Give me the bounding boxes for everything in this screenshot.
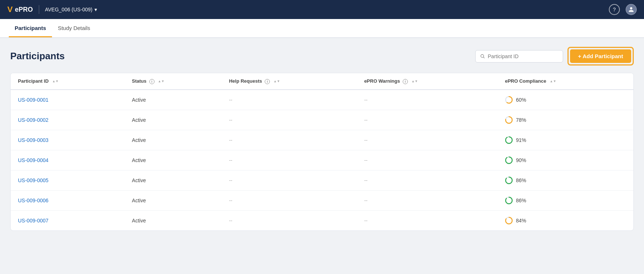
table-row: US-009-0003 Active -- -- 91%: [11, 130, 633, 150]
compliance-value: 91%: [516, 137, 526, 143]
col-participant-id: Participant ID ▲▼: [11, 73, 124, 90]
search-icon: [480, 53, 485, 59]
svg-point-7: [506, 137, 512, 143]
col-status: Status i ▲▼: [124, 73, 222, 90]
compliance-circle: [505, 156, 513, 164]
table-body: US-009-0001 Active -- -- 60% US-009-0002…: [11, 90, 633, 230]
participant-link[interactable]: US-009-0004: [18, 157, 48, 163]
info-icon-help-requests[interactable]: i: [265, 79, 270, 84]
cell-epro-warnings: --: [357, 210, 498, 230]
svg-point-9: [506, 157, 512, 164]
help-icon[interactable]: ?: [609, 4, 620, 15]
compliance-circle: [505, 176, 513, 184]
participant-link[interactable]: US-009-0002: [18, 117, 48, 123]
participant-link[interactable]: US-009-0003: [18, 137, 48, 143]
compliance-value: 86%: [516, 198, 526, 203]
cell-status: Active: [124, 130, 222, 150]
cell-status: Active: [124, 110, 222, 130]
table-row: US-009-0006 Active -- -- 86%: [11, 190, 633, 210]
nav-divider: [39, 5, 39, 14]
table-row: US-009-0007 Active -- -- 84%: [11, 210, 633, 230]
participant-link[interactable]: US-009-0006: [18, 198, 48, 203]
cell-epro-warnings: --: [357, 150, 498, 170]
cell-status: Active: [124, 210, 222, 230]
cell-help-requests: --: [222, 150, 357, 170]
svg-line-1: [483, 57, 484, 58]
compliance-value: 84%: [516, 218, 526, 224]
study-selector[interactable]: AVEG_006 (US-009) ▾: [45, 7, 97, 12]
svg-point-13: [506, 197, 512, 204]
cell-epro-compliance: 91%: [498, 130, 633, 150]
header-right: + Add Participant: [475, 47, 634, 65]
svg-point-0: [481, 55, 484, 57]
compliance-circle: [505, 96, 513, 104]
add-participant-button[interactable]: + Add Participant: [570, 49, 631, 63]
cell-status: Active: [124, 190, 222, 210]
table-header-row: Participant ID ▲▼ Status i ▲▼ Help Reque…: [11, 73, 633, 90]
compliance-circle: [505, 136, 513, 144]
user-avatar[interactable]: [626, 4, 637, 15]
cell-status: Active: [124, 90, 222, 110]
table-row: US-009-0001 Active -- -- 60%: [11, 90, 633, 110]
logo: V ePRO: [7, 5, 33, 14]
cell-epro-warnings: --: [357, 170, 498, 190]
cell-epro-warnings: --: [357, 110, 498, 130]
info-icon-status[interactable]: i: [149, 79, 155, 84]
compliance-circle: [505, 196, 513, 204]
tab-participants[interactable]: Participants: [9, 20, 52, 37]
sort-icon-help-requests[interactable]: ▲▼: [273, 80, 280, 83]
compliance-value: 60%: [516, 97, 526, 103]
chevron-down-icon: ▾: [94, 7, 97, 12]
cell-epro-compliance: 86%: [498, 170, 633, 190]
cell-participant-id: US-009-0001: [11, 90, 124, 110]
sort-icon-participant-id[interactable]: ▲▼: [52, 80, 59, 83]
page-title: Participants: [10, 50, 65, 62]
compliance-circle: [505, 217, 513, 225]
logo-text: ePRO: [15, 6, 33, 14]
search-input[interactable]: [488, 53, 558, 59]
compliance-value: 90%: [516, 157, 526, 163]
cell-help-requests: --: [222, 110, 357, 130]
cell-epro-compliance: 84%: [498, 210, 633, 230]
nav-left: V ePRO AVEG_006 (US-009) ▾: [7, 5, 97, 14]
sort-icon-epro-warnings[interactable]: ▲▼: [412, 80, 418, 83]
cell-epro-compliance: 78%: [498, 110, 633, 130]
tab-study-details[interactable]: Study Details: [52, 20, 96, 37]
participants-table: Participant ID ▲▼ Status i ▲▼ Help Reque…: [11, 73, 633, 230]
cell-participant-id: US-009-0007: [11, 210, 124, 230]
table-row: US-009-0004 Active -- -- 90%: [11, 150, 633, 170]
page-header: Participants + Add Participant: [10, 47, 634, 65]
search-box[interactable]: [475, 50, 563, 63]
participant-link[interactable]: US-009-0001: [18, 97, 48, 103]
sort-icon-epro-compliance[interactable]: ▲▼: [550, 80, 556, 83]
cell-epro-warnings: --: [357, 190, 498, 210]
compliance-circle: [505, 116, 513, 124]
cell-participant-id: US-009-0006: [11, 190, 124, 210]
study-name: AVEG_006 (US-009): [45, 7, 93, 12]
col-epro-compliance: ePRO Compliance ▲▼: [498, 73, 633, 90]
add-participant-button-wrapper: + Add Participant: [567, 47, 634, 65]
cell-participant-id: US-009-0003: [11, 130, 124, 150]
cell-help-requests: --: [222, 210, 357, 230]
cell-epro-compliance: 86%: [498, 190, 633, 210]
nav-right: ?: [609, 4, 637, 15]
top-navigation: V ePRO AVEG_006 (US-009) ▾ ?: [0, 0, 644, 19]
avatar-icon: [628, 7, 634, 12]
participant-link[interactable]: US-009-0005: [18, 177, 48, 183]
info-icon-epro-warnings[interactable]: i: [403, 79, 408, 84]
cell-help-requests: --: [222, 190, 357, 210]
cell-participant-id: US-009-0005: [11, 170, 124, 190]
cell-help-requests: --: [222, 90, 357, 110]
cell-epro-warnings: --: [357, 130, 498, 150]
svg-point-11: [506, 177, 512, 184]
tab-navigation: Participants Study Details: [0, 19, 644, 38]
cell-epro-warnings: --: [357, 90, 498, 110]
sort-icon-status[interactable]: ▲▼: [158, 80, 164, 83]
cell-participant-id: US-009-0002: [11, 110, 124, 130]
col-epro-warnings: ePRO Warnings i ▲▼: [357, 73, 498, 90]
cell-help-requests: --: [222, 170, 357, 190]
participant-link[interactable]: US-009-0007: [18, 218, 48, 224]
cell-participant-id: US-009-0004: [11, 150, 124, 170]
cell-epro-compliance: 90%: [498, 150, 633, 170]
main-content: Participants + Add Participant: [0, 38, 644, 240]
